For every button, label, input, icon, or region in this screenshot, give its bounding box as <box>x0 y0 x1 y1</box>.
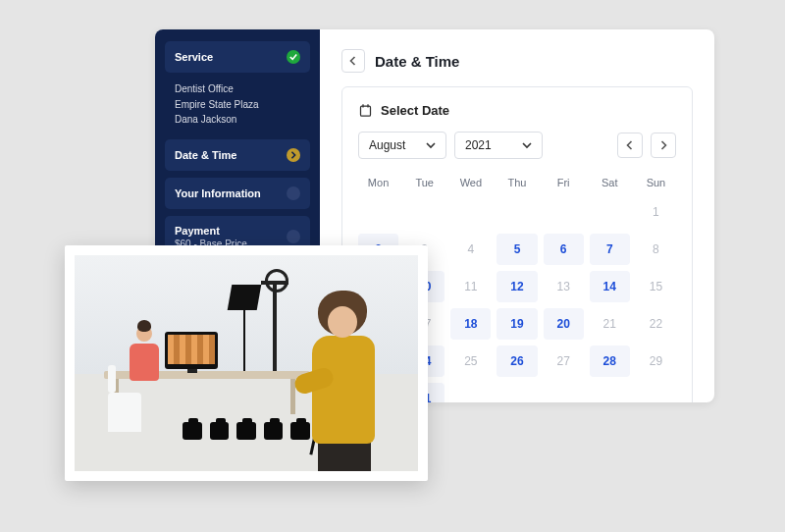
weekday: Fri <box>544 173 584 196</box>
check-icon <box>287 50 300 64</box>
detail-line: Empire State Plaza <box>175 97 300 113</box>
card-header: Select Date <box>358 103 676 118</box>
calendar-day: 25 <box>450 346 491 377</box>
calendar-day[interactable]: 26 <box>497 346 537 377</box>
weekday: Tue <box>404 173 445 196</box>
weekday: Sun <box>636 173 676 196</box>
svg-rect-0 <box>361 106 371 116</box>
calendar-day: 21 <box>590 308 630 340</box>
calendar-day: 8 <box>636 234 676 265</box>
step-date-time[interactable]: Date & Time <box>165 139 310 171</box>
calendar-day[interactable]: 18 <box>450 308 491 340</box>
calendar-day[interactable]: 5 <box>497 234 537 265</box>
calendar-day: 4 <box>450 234 491 265</box>
calendar-day: 11 <box>450 271 491 302</box>
step-service-details: Dentist Office Empire State Plaza Dana J… <box>165 80 310 139</box>
weekday: Mon <box>358 173 398 196</box>
calendar-day[interactable]: 7 <box>590 234 630 265</box>
studio-photo <box>75 255 418 471</box>
calendar-day[interactable]: 12 <box>497 271 537 302</box>
calendar-day: 13 <box>544 271 584 302</box>
weekday: Wed <box>450 173 491 196</box>
chevron-left-icon <box>625 140 635 150</box>
calendar-day: 29 <box>636 346 676 377</box>
circle-icon <box>287 230 300 243</box>
year-value: 2021 <box>465 138 492 152</box>
calendar-day[interactable]: 14 <box>590 271 630 302</box>
calendar-controls: August 2021 <box>358 132 676 159</box>
calendar-day: 1 <box>636 196 676 228</box>
step-your-information[interactable]: Your Information <box>165 178 310 209</box>
chevron-down-icon <box>426 140 436 150</box>
page-title: Date & Time <box>375 53 459 70</box>
weekday-header: Mon Tue Wed Thu Fri Sat Sun <box>358 173 676 196</box>
calendar-day: 15 <box>636 271 676 302</box>
calendar-day: 22 <box>636 308 676 340</box>
weekday: Sat <box>590 173 630 196</box>
step-service[interactable]: Service <box>165 41 310 73</box>
detail-line: Dentist Office <box>175 81 300 97</box>
card-title: Select Date <box>381 103 449 118</box>
weekday: Thu <box>497 173 537 196</box>
chevron-down-icon <box>522 140 532 150</box>
step-label: Service <box>175 51 213 63</box>
step-label: Date & Time <box>175 149 236 161</box>
back-button[interactable] <box>341 49 365 73</box>
photo-card <box>65 245 428 481</box>
header: Date & Time <box>341 49 693 73</box>
step-label: Your Information <box>175 187 261 199</box>
step-label: Payment <box>175 225 247 237</box>
year-select[interactable]: 2021 <box>454 132 543 159</box>
calendar-day: 27 <box>544 346 584 377</box>
detail-line: Dana Jackson <box>175 112 300 128</box>
month-select[interactable]: August <box>358 132 446 159</box>
circle-icon <box>287 186 300 200</box>
calendar-day[interactable]: 20 <box>544 308 584 340</box>
month-value: August <box>369 138 405 152</box>
calendar-day[interactable]: 28 <box>590 346 630 377</box>
chevron-right-icon <box>287 148 300 162</box>
next-month-button[interactable] <box>651 133 676 158</box>
chevron-right-icon <box>658 140 668 150</box>
calendar-day[interactable]: 19 <box>497 308 537 340</box>
calendar-day[interactable]: 6 <box>544 234 584 265</box>
prev-month-button[interactable] <box>617 133 643 158</box>
calendar-icon <box>358 103 373 118</box>
chevron-left-icon <box>348 56 358 66</box>
